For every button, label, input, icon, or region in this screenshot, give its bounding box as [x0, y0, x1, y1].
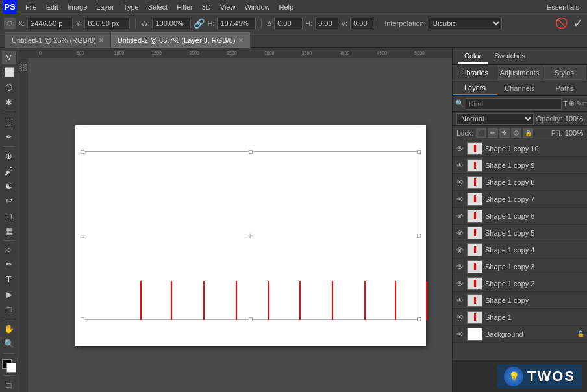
move-tool[interactable]: V — [2, 51, 16, 64]
layer-row[interactable]: 👁Shape 1 copy 10 — [453, 140, 587, 157]
dodge-tool[interactable]: ○ — [2, 243, 16, 256]
layer-row[interactable]: 👁Shape 1 copy 2 — [453, 275, 587, 292]
layer-row[interactable]: 👁Shape 1 copy — [453, 292, 587, 309]
layer-eye-icon[interactable]: 👁 — [455, 144, 464, 153]
pen-tool[interactable]: ✒ — [2, 258, 16, 271]
menu-edit[interactable]: Edit — [42, 2, 63, 12]
layer-row[interactable]: 👁Shape 1 copy 4 — [453, 241, 587, 258]
layer-row[interactable]: 👁Shape 1 copy 9 — [453, 157, 587, 174]
h-input[interactable] — [217, 18, 256, 29]
layer-eye-icon[interactable]: 👁 — [455, 296, 464, 305]
marquee-tool[interactable]: ⬜ — [2, 66, 16, 79]
h2-input[interactable] — [315, 18, 338, 29]
brush-tool[interactable]: 🖌 — [2, 164, 16, 178]
handle-bottom-center[interactable] — [249, 317, 253, 321]
close-tab-2[interactable]: ✕ — [238, 37, 244, 43]
layer-eye-icon[interactable]: 👁 — [455, 161, 464, 170]
layer-row[interactable]: 👁Shape 1 copy 8 — [453, 174, 587, 191]
filter-shape-icon[interactable]: □ — [583, 98, 587, 110]
color-picker[interactable] — [2, 359, 16, 373]
filter-adj-icon[interactable]: ⊕ — [569, 98, 575, 110]
handle-mid-left[interactable] — [81, 234, 84, 238]
paths-tab[interactable]: Paths — [542, 80, 587, 95]
menu-help[interactable]: Help — [275, 2, 299, 12]
handle-mid-right[interactable] — [417, 234, 421, 238]
y-input[interactable] — [84, 18, 130, 29]
menu-view[interactable]: View — [216, 2, 240, 12]
layer-row[interactable]: 👁Shape 1 — [453, 309, 587, 326]
layer-row[interactable]: 👁Background🔒 — [453, 326, 587, 343]
confirm-transform-button[interactable]: ✓ — [573, 16, 583, 31]
close-tab-1[interactable]: ✕ — [99, 37, 104, 43]
styles-tab[interactable]: Styles — [542, 65, 587, 80]
v-input[interactable] — [350, 18, 373, 29]
cancel-transform-button[interactable]: 🚫 — [555, 17, 568, 29]
crop-tool[interactable]: ⬚ — [2, 115, 16, 129]
menu-window[interactable]: Window — [240, 2, 274, 12]
eyedropper-tool[interactable]: ✒ — [2, 130, 16, 143]
screen-mode-button[interactable]: □ — [2, 378, 16, 392]
blend-mode-select[interactable]: Normal Multiply Screen — [456, 113, 534, 125]
menu-file[interactable]: File — [21, 2, 42, 12]
gradient-tool[interactable]: ▦ — [2, 224, 16, 238]
spot-heal-tool[interactable]: ⊕ — [2, 149, 16, 163]
layer-eye-icon[interactable]: 👁 — [455, 330, 464, 339]
handle-top-right[interactable] — [417, 150, 421, 154]
handle-bottom-right[interactable] — [417, 317, 421, 321]
background-color[interactable] — [6, 363, 16, 373]
type-tool[interactable]: T — [2, 273, 16, 286]
lock-pixel-icon[interactable]: ⬛ — [476, 128, 486, 138]
path-select-tool[interactable]: ▶ — [2, 288, 16, 301]
layer-eye-icon[interactable]: 👁 — [455, 279, 464, 288]
w-input[interactable] — [152, 18, 191, 29]
libraries-tab[interactable]: Libraries — [453, 65, 497, 80]
lock-all-icon[interactable]: 🔒 — [523, 128, 533, 138]
clone-tool[interactable]: ☯ — [2, 179, 16, 193]
layer-row[interactable]: 👁Shape 1 copy 6 — [453, 208, 587, 225]
lock-artboard-icon[interactable]: ⬡ — [511, 128, 521, 138]
x-input[interactable] — [27, 18, 73, 29]
menu-filter[interactable]: Filter — [172, 2, 197, 12]
menu-layer[interactable]: Layer — [92, 2, 119, 12]
layer-eye-icon[interactable]: 👁 — [455, 212, 464, 221]
history-brush-tool[interactable]: ↩ — [2, 194, 16, 208]
layer-row[interactable]: 👁Shape 1 copy 3 — [453, 258, 587, 275]
layer-eye-icon[interactable]: 👁 — [455, 178, 464, 187]
menu-type[interactable]: Type — [119, 2, 144, 12]
menu-select[interactable]: Select — [144, 2, 173, 12]
layer-eye-icon[interactable]: 👁 — [455, 245, 464, 254]
link-icon[interactable]: 🔗 — [194, 18, 205, 29]
menu-image[interactable]: Image — [63, 2, 92, 12]
shape-tool[interactable]: □ — [2, 302, 16, 316]
handle-top-center[interactable] — [249, 150, 253, 154]
rot-input[interactable] — [274, 18, 303, 29]
lock-draw-icon[interactable]: ✏ — [488, 128, 498, 138]
eraser-tool[interactable]: ◻ — [2, 209, 16, 223]
quick-select-tool[interactable]: ✱ — [2, 95, 16, 109]
swatches-tab[interactable]: Swatches — [488, 49, 532, 64]
handle-top-left[interactable] — [81, 150, 84, 154]
layer-eye-icon[interactable]: 👁 — [455, 313, 464, 322]
layer-eye-icon[interactable]: 👁 — [455, 262, 464, 271]
layer-row[interactable]: 👁Shape 1 copy 7 — [453, 191, 587, 208]
filter-text-icon[interactable]: ✎ — [576, 98, 582, 110]
filter-type-icon[interactable]: T — [563, 98, 568, 110]
interp-select[interactable]: Bicubic Bilinear Nearest Neighbor — [429, 18, 502, 29]
layers-tab[interactable]: Layers — [453, 80, 497, 95]
tab-untitled1[interactable]: Untitled-1 @ 25% (RGB/8) ✕ — [5, 32, 111, 48]
lock-pos-icon[interactable]: ✛ — [499, 128, 510, 138]
layer-eye-icon[interactable]: 👁 — [455, 195, 464, 204]
color-tab[interactable]: Color — [458, 49, 488, 64]
tab-untitled2[interactable]: Untitled-2 @ 66.7% (Layer 3, RGB/8) ✕ — [111, 32, 251, 48]
handle-bottom-left[interactable] — [81, 317, 84, 321]
layer-eye-icon[interactable]: 👁 — [455, 228, 464, 238]
channels-tab[interactable]: Channels — [497, 80, 542, 95]
hand-tool[interactable]: ✋ — [2, 322, 16, 336]
zoom-tool[interactable]: 🔍 — [2, 337, 16, 350]
search-input[interactable] — [466, 98, 562, 110]
layer-row[interactable]: 👁Shape 1 copy 5 — [453, 225, 587, 241]
canvas-content[interactable]: ✛ — [39, 69, 452, 392]
adjustments-tab[interactable]: Adjustments — [497, 65, 542, 80]
lasso-tool[interactable]: ⬡ — [2, 80, 16, 94]
menu-3d[interactable]: 3D — [197, 2, 216, 12]
